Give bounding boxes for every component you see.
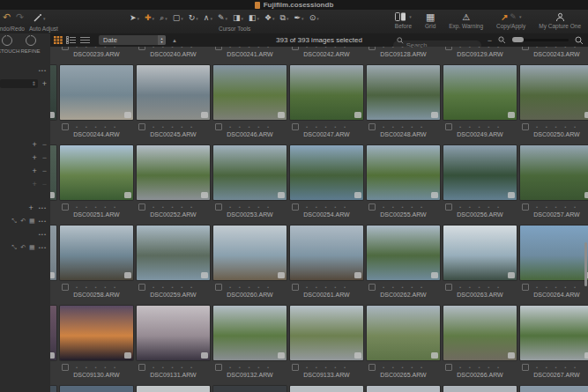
thumbnail-cell[interactable]: • • • • •DSC00266.ARW <box>442 306 518 386</box>
photo-thumbnail[interactable] <box>213 226 287 280</box>
photo-thumbnail[interactable] <box>137 386 210 392</box>
thumbnail-cell[interactable]: • • • • • <box>50 65 58 145</box>
select-tool[interactable]: ➤▾ <box>130 12 139 25</box>
spot-removal-tool[interactable]: ⊙▾ <box>309 12 319 25</box>
photo-thumbnail[interactable] <box>367 306 440 360</box>
select-checkbox[interactable] <box>62 123 69 130</box>
sort-direction-button[interactable]: ▲ <box>172 38 177 43</box>
thumbnail-cell[interactable]: • • • • • <box>50 306 58 386</box>
photo-thumbnail[interactable] <box>290 226 363 280</box>
photo-thumbnail[interactable] <box>443 226 517 280</box>
thumbnail-cell[interactable]: • • • • • <box>288 386 365 392</box>
rating-dots[interactable]: • • • • • <box>153 285 196 290</box>
rating-dots[interactable]: • • • • • <box>153 124 196 129</box>
rating-dots[interactable]: • • • • • <box>229 124 272 129</box>
thumbnail-cell[interactable]: • • • • •DSC00247.ARW <box>288 65 365 145</box>
rating-dots[interactable]: • • • • • <box>459 47 502 49</box>
photo-thumbnail[interactable] <box>520 226 588 280</box>
annotate-tool[interactable]: ✒▾ <box>294 12 304 25</box>
thumbnail-cell[interactable]: • • • • •DSC00263.ARW <box>442 226 518 306</box>
thumbnail-cell[interactable]: • • • • • <box>58 386 135 392</box>
rating-dots[interactable]: • • • • • <box>536 124 579 129</box>
rating-dots[interactable]: • • • • • <box>459 204 502 210</box>
browser-scrollbar[interactable] <box>584 242 587 286</box>
thumbnail-cell[interactable]: • • • • •DSC00261.ARW <box>288 226 365 306</box>
thumbnail-cell[interactable]: • • • • •DSC00257.ARW <box>518 145 588 226</box>
straighten-tool[interactable]: ∧▾ <box>204 12 212 25</box>
linear-gradient-tool[interactable]: ◧▾ <box>249 12 259 25</box>
photo-thumbnail[interactable] <box>60 306 133 360</box>
add-button[interactable]: + <box>32 180 36 189</box>
rating-dots[interactable]: • • • • • <box>536 47 579 49</box>
before-button[interactable]: ▾ Before <box>395 11 412 29</box>
sort-by-dropdown[interactable]: Date ▴▾ <box>99 35 166 45</box>
thumbnail-cell[interactable]: • • • • •DSC09130.ARW <box>58 306 135 386</box>
thumbnail-cell[interactable]: • • • • • <box>50 145 58 226</box>
select-checkbox[interactable] <box>138 123 145 130</box>
rating-dots[interactable]: • • • • • <box>229 365 272 370</box>
copy-apply-button[interactable]: ↗ ✎ ▾ Copy/Apply <box>496 11 525 29</box>
thumbnail-cell[interactable]: • • • • •DSC00262.ARW <box>365 226 442 306</box>
photo-thumbnail[interactable] <box>50 65 56 120</box>
select-checkbox[interactable] <box>215 364 222 371</box>
rating-dots[interactable]: • • • • • <box>383 365 426 370</box>
thumbnail-cell[interactable]: • • • • •DSC00254.ARW <box>288 145 365 226</box>
thumbnail-cell[interactable]: • • • • • <box>50 226 58 306</box>
thumbnail-cell[interactable]: • • • • •DSC00255.ARW <box>365 145 442 226</box>
thumbnail-cell[interactable]: • • • • •DSC00240.ARW <box>135 47 212 65</box>
photo-thumbnail[interactable] <box>60 145 133 200</box>
panel-menu-button[interactable]: ••• <box>39 245 47 250</box>
rating-dots[interactable]: • • • • • <box>76 204 119 210</box>
thumbnail-cell[interactable]: • • • • • <box>50 47 58 65</box>
thumbnail-cell[interactable]: • • • • •DSC00265.ARW <box>365 306 442 386</box>
select-checkbox[interactable] <box>62 284 69 291</box>
rating-dots[interactable]: • • • • • <box>383 124 426 129</box>
panel-tool-icon[interactable]: ⤡ <box>12 244 18 251</box>
photo-thumbnail[interactable] <box>367 65 440 120</box>
list-view-button[interactable] <box>66 36 77 44</box>
thumbnail-cell[interactable]: • • • • •DSC00259.ARW <box>135 226 212 306</box>
rating-dots[interactable]: • • • • • <box>229 285 272 290</box>
photo-thumbnail[interactable] <box>520 386 588 392</box>
remove-button[interactable]: − <box>42 166 47 175</box>
remove-button[interactable]: − <box>42 140 47 149</box>
rating-dots[interactable]: • • • • • <box>306 124 349 129</box>
rating-dots[interactable]: • • • • • <box>153 204 196 210</box>
auto-adjust-button[interactable]: ▾ <box>33 13 46 23</box>
thumbnail-cell[interactable]: • • • • •DSC09131.ARW <box>135 306 212 386</box>
thumbnail-cell[interactable]: • • • • •DSC00256.ARW <box>442 145 518 226</box>
thumbnail-cell[interactable]: • • • • •DSC00258.ARW <box>58 226 135 306</box>
select-checkbox[interactable] <box>522 284 529 291</box>
photo-thumbnail[interactable] <box>290 386 363 392</box>
rating-dots[interactable]: • • • • • <box>76 124 119 129</box>
photo-thumbnail[interactable] <box>213 145 287 200</box>
select-checkbox[interactable] <box>368 123 376 130</box>
rating-dots[interactable]: • • • • • <box>76 47 119 49</box>
thumbnail-cell[interactable]: • • • • • <box>365 386 442 392</box>
select-checkbox[interactable] <box>215 123 222 130</box>
select-checkbox[interactable] <box>62 364 69 371</box>
photo-thumbnail[interactable] <box>60 226 133 280</box>
select-checkbox[interactable] <box>522 47 529 50</box>
zoom-out-minus[interactable]: − <box>488 36 492 45</box>
rating-dots[interactable]: • • • • • <box>229 47 272 49</box>
rating-dots[interactable]: • • • • • <box>76 365 119 370</box>
photo-thumbnail[interactable] <box>213 386 287 392</box>
rating-dots[interactable]: • • • • • <box>306 204 349 210</box>
panel-tool-icon[interactable]: ↶ <box>20 244 26 251</box>
rating-dots[interactable]: • • • • • <box>229 204 272 210</box>
thumbnail-zoom-slider[interactable] <box>512 39 569 41</box>
rating-dots[interactable]: • • • • • <box>153 365 196 370</box>
thumbnail-cell[interactable]: • • • • • <box>50 386 58 392</box>
select-checkbox[interactable] <box>368 47 376 50</box>
select-checkbox[interactable] <box>292 47 299 50</box>
select-checkbox[interactable] <box>368 364 376 371</box>
photo-thumbnail[interactable] <box>137 306 210 360</box>
photo-thumbnail[interactable] <box>137 65 210 120</box>
photo-thumbnail[interactable] <box>213 65 287 120</box>
filmstrip-view-button[interactable] <box>80 36 90 44</box>
thumbnail-cell[interactable]: • • • • •DSC00244.ARW <box>58 65 135 145</box>
panel-menu-button[interactable]: ••• <box>39 205 47 211</box>
thumbnail-cell[interactable]: • • • • • <box>442 386 518 392</box>
select-checkbox[interactable] <box>292 203 299 211</box>
